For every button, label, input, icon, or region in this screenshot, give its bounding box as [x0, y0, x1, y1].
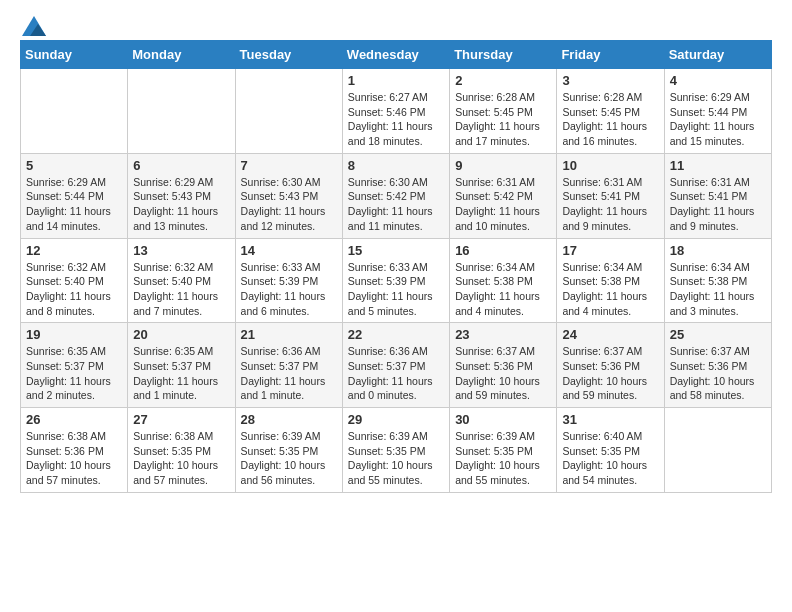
- calendar-cell: [664, 408, 771, 493]
- calendar-cell: 6Sunrise: 6:29 AM Sunset: 5:43 PM Daylig…: [128, 153, 235, 238]
- day-number: 25: [670, 327, 766, 342]
- day-info: Sunrise: 6:37 AM Sunset: 5:36 PM Dayligh…: [670, 344, 766, 403]
- day-info: Sunrise: 6:30 AM Sunset: 5:42 PM Dayligh…: [348, 175, 444, 234]
- calendar-cell: 1Sunrise: 6:27 AM Sunset: 5:46 PM Daylig…: [342, 69, 449, 154]
- day-info: Sunrise: 6:31 AM Sunset: 5:41 PM Dayligh…: [670, 175, 766, 234]
- calendar-cell: [128, 69, 235, 154]
- day-info: Sunrise: 6:34 AM Sunset: 5:38 PM Dayligh…: [455, 260, 551, 319]
- day-info: Sunrise: 6:40 AM Sunset: 5:35 PM Dayligh…: [562, 429, 658, 488]
- day-number: 15: [348, 243, 444, 258]
- day-info: Sunrise: 6:27 AM Sunset: 5:46 PM Dayligh…: [348, 90, 444, 149]
- calendar-cell: 20Sunrise: 6:35 AM Sunset: 5:37 PM Dayli…: [128, 323, 235, 408]
- day-number: 22: [348, 327, 444, 342]
- calendar-week-row: 19Sunrise: 6:35 AM Sunset: 5:37 PM Dayli…: [21, 323, 772, 408]
- calendar-cell: 31Sunrise: 6:40 AM Sunset: 5:35 PM Dayli…: [557, 408, 664, 493]
- day-number: 10: [562, 158, 658, 173]
- day-number: 26: [26, 412, 122, 427]
- day-number: 30: [455, 412, 551, 427]
- weekday-header-sunday: Sunday: [21, 41, 128, 69]
- day-info: Sunrise: 6:34 AM Sunset: 5:38 PM Dayligh…: [670, 260, 766, 319]
- day-info: Sunrise: 6:31 AM Sunset: 5:41 PM Dayligh…: [562, 175, 658, 234]
- calendar-cell: [235, 69, 342, 154]
- calendar-cell: 29Sunrise: 6:39 AM Sunset: 5:35 PM Dayli…: [342, 408, 449, 493]
- day-number: 4: [670, 73, 766, 88]
- weekday-header-friday: Friday: [557, 41, 664, 69]
- calendar-cell: 21Sunrise: 6:36 AM Sunset: 5:37 PM Dayli…: [235, 323, 342, 408]
- calendar-cell: 18Sunrise: 6:34 AM Sunset: 5:38 PM Dayli…: [664, 238, 771, 323]
- calendar-table: SundayMondayTuesdayWednesdayThursdayFrid…: [20, 40, 772, 493]
- weekday-header-tuesday: Tuesday: [235, 41, 342, 69]
- day-info: Sunrise: 6:28 AM Sunset: 5:45 PM Dayligh…: [562, 90, 658, 149]
- calendar-week-row: 5Sunrise: 6:29 AM Sunset: 5:44 PM Daylig…: [21, 153, 772, 238]
- calendar-cell: 12Sunrise: 6:32 AM Sunset: 5:40 PM Dayli…: [21, 238, 128, 323]
- weekday-header-saturday: Saturday: [664, 41, 771, 69]
- day-number: 12: [26, 243, 122, 258]
- day-info: Sunrise: 6:33 AM Sunset: 5:39 PM Dayligh…: [348, 260, 444, 319]
- day-number: 16: [455, 243, 551, 258]
- day-number: 14: [241, 243, 337, 258]
- calendar-cell: 22Sunrise: 6:36 AM Sunset: 5:37 PM Dayli…: [342, 323, 449, 408]
- day-info: Sunrise: 6:28 AM Sunset: 5:45 PM Dayligh…: [455, 90, 551, 149]
- calendar-cell: [21, 69, 128, 154]
- calendar-cell: 27Sunrise: 6:38 AM Sunset: 5:35 PM Dayli…: [128, 408, 235, 493]
- calendar-cell: 2Sunrise: 6:28 AM Sunset: 5:45 PM Daylig…: [450, 69, 557, 154]
- day-number: 5: [26, 158, 122, 173]
- day-info: Sunrise: 6:29 AM Sunset: 5:44 PM Dayligh…: [670, 90, 766, 149]
- day-number: 8: [348, 158, 444, 173]
- day-info: Sunrise: 6:37 AM Sunset: 5:36 PM Dayligh…: [455, 344, 551, 403]
- logo: [20, 20, 46, 30]
- day-info: Sunrise: 6:39 AM Sunset: 5:35 PM Dayligh…: [241, 429, 337, 488]
- day-info: Sunrise: 6:38 AM Sunset: 5:36 PM Dayligh…: [26, 429, 122, 488]
- calendar-week-row: 12Sunrise: 6:32 AM Sunset: 5:40 PM Dayli…: [21, 238, 772, 323]
- weekday-header-wednesday: Wednesday: [342, 41, 449, 69]
- day-info: Sunrise: 6:32 AM Sunset: 5:40 PM Dayligh…: [133, 260, 229, 319]
- day-number: 17: [562, 243, 658, 258]
- calendar-cell: 3Sunrise: 6:28 AM Sunset: 5:45 PM Daylig…: [557, 69, 664, 154]
- calendar-cell: 17Sunrise: 6:34 AM Sunset: 5:38 PM Dayli…: [557, 238, 664, 323]
- weekday-header-thursday: Thursday: [450, 41, 557, 69]
- page-header: [20, 20, 772, 30]
- logo-icon: [22, 16, 46, 36]
- day-number: 7: [241, 158, 337, 173]
- day-info: Sunrise: 6:32 AM Sunset: 5:40 PM Dayligh…: [26, 260, 122, 319]
- calendar-cell: 10Sunrise: 6:31 AM Sunset: 5:41 PM Dayli…: [557, 153, 664, 238]
- calendar-cell: 8Sunrise: 6:30 AM Sunset: 5:42 PM Daylig…: [342, 153, 449, 238]
- day-number: 23: [455, 327, 551, 342]
- calendar-cell: 16Sunrise: 6:34 AM Sunset: 5:38 PM Dayli…: [450, 238, 557, 323]
- day-number: 1: [348, 73, 444, 88]
- day-info: Sunrise: 6:39 AM Sunset: 5:35 PM Dayligh…: [455, 429, 551, 488]
- day-info: Sunrise: 6:39 AM Sunset: 5:35 PM Dayligh…: [348, 429, 444, 488]
- calendar-week-row: 26Sunrise: 6:38 AM Sunset: 5:36 PM Dayli…: [21, 408, 772, 493]
- calendar-cell: 28Sunrise: 6:39 AM Sunset: 5:35 PM Dayli…: [235, 408, 342, 493]
- day-info: Sunrise: 6:29 AM Sunset: 5:43 PM Dayligh…: [133, 175, 229, 234]
- day-info: Sunrise: 6:33 AM Sunset: 5:39 PM Dayligh…: [241, 260, 337, 319]
- weekday-header-monday: Monday: [128, 41, 235, 69]
- day-number: 28: [241, 412, 337, 427]
- calendar-cell: 15Sunrise: 6:33 AM Sunset: 5:39 PM Dayli…: [342, 238, 449, 323]
- day-number: 27: [133, 412, 229, 427]
- day-info: Sunrise: 6:37 AM Sunset: 5:36 PM Dayligh…: [562, 344, 658, 403]
- calendar-cell: 19Sunrise: 6:35 AM Sunset: 5:37 PM Dayli…: [21, 323, 128, 408]
- day-info: Sunrise: 6:38 AM Sunset: 5:35 PM Dayligh…: [133, 429, 229, 488]
- calendar-cell: 9Sunrise: 6:31 AM Sunset: 5:42 PM Daylig…: [450, 153, 557, 238]
- day-number: 24: [562, 327, 658, 342]
- calendar-cell: 14Sunrise: 6:33 AM Sunset: 5:39 PM Dayli…: [235, 238, 342, 323]
- day-info: Sunrise: 6:30 AM Sunset: 5:43 PM Dayligh…: [241, 175, 337, 234]
- day-number: 2: [455, 73, 551, 88]
- day-info: Sunrise: 6:35 AM Sunset: 5:37 PM Dayligh…: [26, 344, 122, 403]
- calendar-cell: 24Sunrise: 6:37 AM Sunset: 5:36 PM Dayli…: [557, 323, 664, 408]
- calendar-cell: 23Sunrise: 6:37 AM Sunset: 5:36 PM Dayli…: [450, 323, 557, 408]
- calendar-cell: 4Sunrise: 6:29 AM Sunset: 5:44 PM Daylig…: [664, 69, 771, 154]
- day-info: Sunrise: 6:36 AM Sunset: 5:37 PM Dayligh…: [241, 344, 337, 403]
- day-info: Sunrise: 6:35 AM Sunset: 5:37 PM Dayligh…: [133, 344, 229, 403]
- day-number: 19: [26, 327, 122, 342]
- calendar-cell: 13Sunrise: 6:32 AM Sunset: 5:40 PM Dayli…: [128, 238, 235, 323]
- day-info: Sunrise: 6:31 AM Sunset: 5:42 PM Dayligh…: [455, 175, 551, 234]
- day-number: 21: [241, 327, 337, 342]
- day-info: Sunrise: 6:36 AM Sunset: 5:37 PM Dayligh…: [348, 344, 444, 403]
- calendar-cell: 5Sunrise: 6:29 AM Sunset: 5:44 PM Daylig…: [21, 153, 128, 238]
- calendar-cell: 25Sunrise: 6:37 AM Sunset: 5:36 PM Dayli…: [664, 323, 771, 408]
- calendar-cell: 11Sunrise: 6:31 AM Sunset: 5:41 PM Dayli…: [664, 153, 771, 238]
- day-number: 3: [562, 73, 658, 88]
- day-number: 29: [348, 412, 444, 427]
